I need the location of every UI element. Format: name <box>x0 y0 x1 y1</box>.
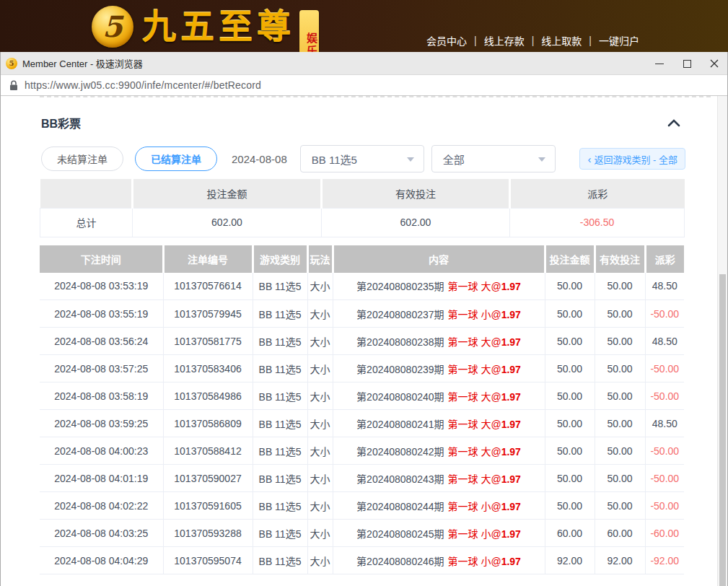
tab-unsettled-bets[interactable]: 未结算注单 <box>41 146 123 171</box>
issue-number: 第202408080237期 <box>356 309 444 320</box>
play-type-cell: 大小 <box>307 382 333 410</box>
payout-cell: 48.50 <box>645 273 684 300</box>
pick-text: 第一球 小@ <box>448 556 501 567</box>
game-type-select[interactable]: BB 11选5 <box>300 145 424 172</box>
order-id-cell: 101370579945 <box>163 300 253 328</box>
order-id-cell: 101370576614 <box>163 273 253 300</box>
window-controls <box>646 52 728 75</box>
header-game-type: 游戏类别 <box>253 245 307 273</box>
nav-online-deposit[interactable]: 线上存款 <box>484 33 525 48</box>
summary-total-valid: 602.00 <box>322 208 510 237</box>
table-row: 2024-08-08 03:55:19 101370579945 BB 11选5… <box>40 300 684 328</box>
table-row: 2024-08-08 03:53:19 101370576614 BB 11选5… <box>40 273 684 300</box>
bet-time-cell: 2024-08-08 03:59:25 <box>40 410 163 437</box>
summary-total-payout: -306.50 <box>510 208 685 237</box>
valid-bet-cell: 50.00 <box>595 355 645 382</box>
game-type-cell: BB 11选5 <box>253 520 307 547</box>
pick-text: 第一球 小@ <box>448 309 501 320</box>
nav-online-withdraw[interactable]: 线上取款 <box>541 33 582 48</box>
nav-separator: | <box>474 35 477 46</box>
game-type-cell: BB 11选5 <box>253 410 307 437</box>
summary-total-label: 总计 <box>40 208 133 237</box>
summary-header-empty <box>40 179 133 208</box>
table-row: 2024-08-08 04:04:29 101370595074 BB 11选5… <box>40 547 684 574</box>
summary-header-payout: 派彩 <box>510 179 685 208</box>
content-cell: 第202408080244期第一球 小@1.97 <box>333 492 545 520</box>
back-to-game-category-button[interactable]: ‹ 返回游戏类别 - 全部 <box>579 148 685 170</box>
bet-pick: 第一球 小@1.97 <box>448 501 521 512</box>
bet-time-cell: 2024-08-08 03:53:19 <box>40 273 163 300</box>
bet-pick: 第一球 大@1.97 <box>448 391 521 403</box>
bet-time-cell: 2024-08-08 03:57:25 <box>40 355 163 382</box>
game-type-cell: BB 11选5 <box>253 437 307 465</box>
bet-time-cell: 2024-08-08 03:56:24 <box>40 328 163 355</box>
odds-value: 1.97 <box>501 309 521 320</box>
nav-one-key-transfer[interactable]: 一键归户 <box>599 33 639 48</box>
content-cell: 第202408080235期第一球 大@1.97 <box>333 273 545 300</box>
panel-title: BB彩票 <box>41 114 81 131</box>
summary-table: 投注金额 有效投注 派彩 总计 602.00 602.00 -306.50 <box>40 179 685 237</box>
address-bar[interactable]: https://www.jw05.cc:9900/infe/mcenter/#/… <box>0 75 728 96</box>
summary-header-row: 投注金额 有效投注 派彩 <box>40 179 685 208</box>
header-content: 内容 <box>333 245 545 273</box>
chevron-down-icon <box>538 157 545 162</box>
bet-time-cell: 2024-08-08 04:03:25 <box>40 520 163 547</box>
bet-amount-cell: 50.00 <box>545 300 595 328</box>
bet-time-cell: 2024-08-08 03:55:19 <box>40 300 163 328</box>
odds-value: 1.97 <box>501 446 521 458</box>
scrollbar-track[interactable] <box>717 96 727 586</box>
nav-member-center[interactable]: 会员中心 <box>426 33 467 48</box>
valid-bet-cell: 50.00 <box>595 465 645 492</box>
payout-cell: -50.00 <box>645 382 684 410</box>
collapse-panel-button[interactable] <box>667 119 680 127</box>
pick-text: 第一球 小@ <box>448 528 501 540</box>
tab-settled-bets[interactable]: 已结算注单 <box>135 146 217 171</box>
odds-value: 1.97 <box>501 281 521 292</box>
bet-pick: 第一球 大@1.97 <box>448 473 521 485</box>
minimize-icon <box>655 64 664 64</box>
scope-select[interactable]: 全部 <box>431 145 556 172</box>
odds-value: 1.97 <box>501 336 521 348</box>
pick-text: 第一球 大@ <box>448 364 501 375</box>
header-payout: 派彩 <box>645 245 684 273</box>
payout-cell: -50.00 <box>645 437 684 465</box>
pick-text: 第一球 大@ <box>448 391 501 403</box>
play-type-cell: 大小 <box>307 355 333 382</box>
odds-value: 1.97 <box>501 364 521 375</box>
date-picker[interactable]: 2024-08-08 <box>232 153 287 165</box>
favicon-monogram: 5 <box>9 59 14 67</box>
pick-text: 第一球 大@ <box>448 281 501 292</box>
bet-amount-cell: 92.00 <box>545 547 595 574</box>
game-type-cell: BB 11选5 <box>253 273 307 300</box>
bet-pick: 第一球 大@1.97 <box>448 446 521 458</box>
valid-bet-cell: 92.00 <box>595 547 645 574</box>
close-button[interactable] <box>701 52 728 75</box>
odds-value: 1.97 <box>501 473 521 485</box>
back-arrow-icon: ‹ <box>587 154 591 165</box>
scrollbar-thumb[interactable] <box>719 274 726 586</box>
play-type-cell: 大小 <box>307 520 333 547</box>
minimize-button[interactable] <box>646 52 673 75</box>
bet-records-table: 下注时间 注单编号 游戏类别 玩法 内容 投注金额 有效投注 派彩 2024-0… <box>40 245 684 575</box>
bet-pick: 第一球 大@1.97 <box>448 419 521 430</box>
site-logo: 5 九五至尊 娱乐城 <box>92 4 319 52</box>
play-type-cell: 大小 <box>307 410 333 437</box>
bet-amount-cell: 50.00 <box>545 410 595 437</box>
content-cell: 第202408080240期第一球 大@1.97 <box>333 382 545 410</box>
game-type-cell: BB 11选5 <box>253 465 307 492</box>
bet-pick: 第一球 大@1.97 <box>448 364 521 375</box>
bet-time-cell: 2024-08-08 03:58:19 <box>40 382 163 410</box>
order-id-cell: 101370590027 <box>163 465 253 492</box>
game-type-cell: BB 11选5 <box>253 492 307 520</box>
bet-amount-cell: 50.00 <box>545 382 595 410</box>
content-cell: 第202408080245期第一球 小@1.97 <box>333 520 545 547</box>
maximize-button[interactable] <box>673 52 701 75</box>
window-title: Member Center - 极速浏览器 <box>22 56 143 70</box>
pick-text: 第一球 小@ <box>448 501 501 512</box>
bet-amount-cell: 60.00 <box>545 520 595 547</box>
issue-number: 第202408080240期 <box>356 391 444 403</box>
payout-cell: -50.00 <box>645 465 684 492</box>
table-row: 2024-08-08 03:57:25 101370583406 BB 11选5… <box>40 355 684 382</box>
issue-number: 第202408080241期 <box>356 419 444 430</box>
payout-cell: -50.00 <box>645 355 684 382</box>
